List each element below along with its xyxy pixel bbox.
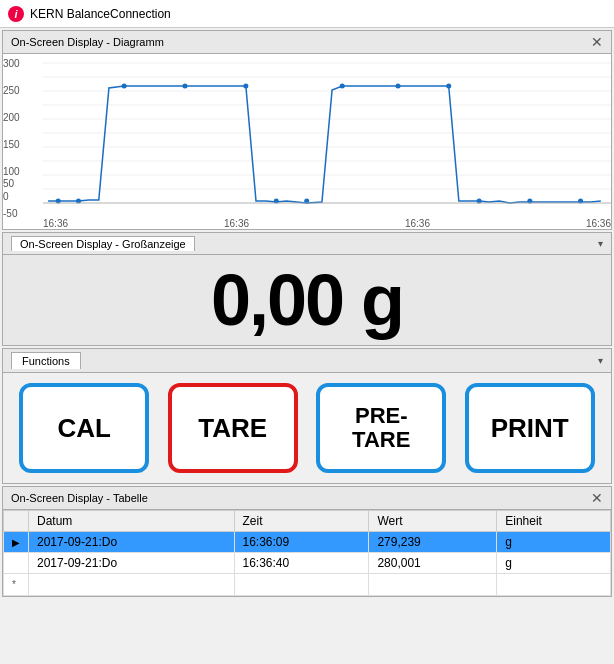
functions-header: Functions ▾ [3, 349, 611, 373]
table-panel: On-Screen Display - Tabelle ✕ Datum Zeit… [2, 486, 612, 597]
table-header-row: Datum Zeit Wert Einheit [4, 511, 611, 532]
row-wert-1: 279,239 [369, 532, 497, 553]
diagram-close-icon[interactable]: ✕ [591, 34, 603, 50]
svg-point-23 [340, 84, 345, 89]
row-zeit-2: 16:36:40 [234, 553, 369, 574]
svg-point-18 [122, 84, 127, 89]
diagram-panel-header: On-Screen Display - Diagramm ✕ [3, 31, 611, 54]
y-label-neg50: -50 [3, 208, 17, 219]
functions-chevron[interactable]: ▾ [598, 355, 603, 366]
functions-body: CAL TARE PRE-TARE PRINT [3, 373, 611, 483]
print-button[interactable]: PRINT [465, 383, 595, 473]
svg-point-20 [243, 84, 248, 89]
large-display-panel: On-Screen Display - Großanzeige ▾ 0,00 g [2, 232, 612, 346]
pre-tare-button[interactable]: PRE-TARE [316, 383, 446, 473]
x-label-3: 16:36 [405, 218, 430, 229]
row-empty-wert [369, 574, 497, 596]
y-label-150: 150 [3, 139, 20, 150]
svg-point-25 [446, 84, 451, 89]
app-title: KERN BalanceConnection [30, 7, 171, 21]
table-row[interactable]: ▶ 2017-09-21:Do 16:36:09 279,239 g [4, 532, 611, 553]
x-label-2: 16:36 [224, 218, 249, 229]
row-einheit-2: g [497, 553, 611, 574]
table-close-icon[interactable]: ✕ [591, 490, 603, 506]
row-star: * [4, 574, 29, 596]
row-datum-2: 2017-09-21:Do [29, 553, 235, 574]
app-icon: i [8, 6, 24, 22]
large-display-value: 0,00 g [211, 259, 403, 341]
y-label-0: 0 [3, 191, 9, 202]
x-label-1: 16:36 [43, 218, 68, 229]
svg-point-24 [395, 84, 400, 89]
y-label-200: 200 [3, 112, 20, 123]
row-arrow-2 [4, 553, 29, 574]
col-zeit-header: Zeit [234, 511, 369, 532]
large-display-header: On-Screen Display - Großanzeige ▾ [3, 233, 611, 255]
y-label-250: 250 [3, 85, 20, 96]
svg-point-19 [182, 84, 187, 89]
row-einheit-1: g [497, 532, 611, 553]
row-wert-2: 280,001 [369, 553, 497, 574]
col-arrow-header [4, 511, 29, 532]
row-empty-zeit [234, 574, 369, 596]
x-axis-labels: 16:36 16:36 16:36 16:36 [43, 218, 611, 229]
data-table: Datum Zeit Wert Einheit ▶ 2017-09-21:Do … [3, 510, 611, 596]
functions-panel: Functions ▾ CAL TARE PRE-TARE PRINT [2, 348, 612, 484]
table-header: On-Screen Display - Tabelle ✕ [3, 487, 611, 510]
y-label-300: 300 [3, 58, 20, 69]
functions-tab[interactable]: Functions [11, 352, 81, 369]
chart-container: 300 250 200 150 100 [3, 54, 611, 229]
row-arrow-1: ▶ [4, 532, 29, 553]
col-wert-header: Wert [369, 511, 497, 532]
table-row[interactable]: 2017-09-21:Do 16:36:40 280,001 g [4, 553, 611, 574]
table-panel-title: On-Screen Display - Tabelle [11, 492, 148, 504]
diagram-panel: On-Screen Display - Diagramm ✕ 300 250 2… [2, 30, 612, 230]
cal-button[interactable]: CAL [19, 383, 149, 473]
title-bar: i KERN BalanceConnection [0, 0, 614, 28]
diagram-panel-title: On-Screen Display - Diagramm [11, 36, 164, 48]
col-datum-header: Datum [29, 511, 235, 532]
large-display-tab: On-Screen Display - Großanzeige [11, 236, 195, 251]
chart-svg: 300 250 200 150 100 [43, 58, 611, 218]
row-empty-einheit [497, 574, 611, 596]
large-display-body: 0,00 g [3, 255, 611, 345]
y-label-100: 100 [3, 166, 20, 177]
y-axis-labels: 300 250 200 150 100 50 0 -50 [3, 58, 41, 218]
row-empty-datum [29, 574, 235, 596]
col-einheit-header: Einheit [497, 511, 611, 532]
row-zeit-1: 16:36:09 [234, 532, 369, 553]
icon-label: i [14, 8, 17, 20]
tare-button[interactable]: TARE [168, 383, 298, 473]
y-label-50: 50 [3, 178, 14, 189]
large-display-chevron[interactable]: ▾ [598, 238, 603, 249]
x-label-4: 16:36 [586, 218, 611, 229]
row-datum-1: 2017-09-21:Do [29, 532, 235, 553]
table-row-empty: * [4, 574, 611, 596]
